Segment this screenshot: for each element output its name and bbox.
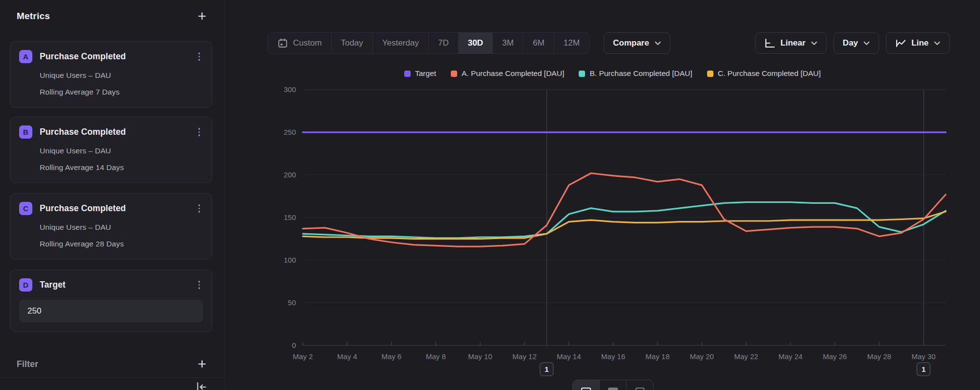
view-toggle-table[interactable]	[599, 380, 626, 390]
metric-transform: Rolling Average 7 Days	[40, 88, 203, 97]
view-switcher	[572, 380, 654, 390]
metric-card-a[interactable]: A Purchase Completed Unique Users – DAU …	[10, 41, 212, 108]
interval-button[interactable]: Day	[833, 32, 879, 54]
target-card[interactable]: D Target 250	[10, 269, 212, 332]
chevron-down-icon	[934, 41, 940, 46]
metric-card-c[interactable]: C Purchase Completed Unique Users – DAU …	[10, 193, 212, 260]
chart-view-icon	[581, 388, 591, 390]
sidebar-header: Metrics +	[17, 10, 206, 23]
view-toggle-card[interactable]	[626, 380, 653, 390]
range-option-label: Today	[341, 38, 363, 48]
legend-item[interactable]: B. Purchase Completed [DAU]	[579, 69, 692, 78]
range-option-label: 30D	[468, 38, 483, 48]
metric-card-header: B Purchase Completed	[19, 125, 203, 139]
x-axis: May 2May 4May 6May 8May 10May 12May 14Ma…	[293, 342, 936, 361]
svg-text:May 20: May 20	[690, 352, 714, 361]
y-gridlines: 050100150200250300	[284, 85, 946, 349]
svg-text:May 6: May 6	[382, 352, 402, 361]
metric-measure: Unique Users – DAU	[40, 146, 203, 155]
legend-label: A. Purchase Completed [DAU]	[462, 69, 564, 78]
annotation-badge[interactable]: 1	[917, 363, 930, 376]
interval-label: Day	[843, 38, 858, 48]
chart-panel: 050100150200250300May 2May 4May 6May 8Ma…	[225, 0, 980, 390]
svg-text:250: 250	[284, 128, 296, 136]
svg-text:May 4: May 4	[337, 352, 357, 361]
range-option-30d[interactable]: 30D	[458, 33, 492, 53]
range-option-12m[interactable]: 12M	[554, 33, 589, 53]
metric-title: Purchase Completed	[40, 203, 188, 214]
target-value-input[interactable]: 250	[19, 300, 203, 322]
svg-text:May 22: May 22	[734, 352, 758, 361]
metric-badge-c: C	[19, 202, 32, 215]
kebab-menu-icon[interactable]	[196, 202, 203, 215]
svg-text:May 8: May 8	[426, 352, 446, 361]
legend-item[interactable]: A. Purchase Completed [DAU]	[451, 69, 564, 78]
filter-heading: Filter	[17, 359, 38, 369]
target-card-header: D Target	[19, 278, 203, 292]
range-option-3m[interactable]: 3M	[492, 33, 523, 53]
range-option-yesterday[interactable]: Yesterday	[372, 33, 428, 53]
svg-text:200: 200	[284, 171, 296, 179]
date-range-segmented-control: CustomTodayYesterday7D30D3M6M12M	[268, 32, 589, 54]
range-option-7d[interactable]: 7D	[428, 33, 458, 53]
add-metric-button[interactable]: +	[197, 10, 206, 23]
metric-title: Purchase Completed	[40, 51, 188, 62]
legend-item[interactable]: C. Purchase Completed [DAU]	[707, 69, 821, 78]
collapse-sidebar-button[interactable]	[195, 381, 208, 390]
annotation-badge[interactable]: 1	[540, 363, 553, 376]
metric-transform: Rolling Average 14 Days	[40, 163, 203, 172]
legend-label: B. Purchase Completed [DAU]	[589, 69, 692, 78]
scale-label: Linear	[781, 38, 806, 48]
range-option-custom[interactable]: Custom	[268, 33, 331, 53]
metric-card-b[interactable]: B Purchase Completed Unique Users – DAU …	[10, 117, 212, 183]
line-chart: 050100150200250300May 2May 4May 6May 8Ma…	[225, 0, 980, 390]
svg-text:May 2: May 2	[293, 352, 313, 361]
range-option-label: Custom	[293, 38, 322, 48]
plus-icon: +	[197, 8, 206, 24]
kebab-menu-icon[interactable]	[196, 125, 203, 139]
svg-text:0: 0	[292, 341, 296, 349]
compare-label: Compare	[613, 38, 649, 48]
calendar-icon	[277, 38, 288, 49]
scale-button[interactable]: Linear	[755, 32, 827, 54]
chevron-down-icon	[811, 41, 817, 46]
svg-text:50: 50	[288, 298, 296, 307]
svg-text:1: 1	[922, 365, 926, 373]
compare-button[interactable]: Compare	[604, 32, 670, 54]
range-option-today[interactable]: Today	[331, 33, 372, 53]
view-toggle-chart[interactable]	[573, 380, 599, 390]
chevron-down-icon	[863, 41, 870, 46]
metric-title: Purchase Completed	[40, 127, 188, 137]
metric-card-header: A Purchase Completed	[19, 50, 203, 63]
add-filter-button[interactable]: +	[197, 358, 206, 370]
kebab-menu-icon[interactable]	[196, 50, 203, 63]
filter-section: Filter +	[17, 358, 206, 370]
series-line	[303, 173, 946, 247]
chart-settings-toolbar: Linear Day Line	[755, 32, 950, 54]
legend-swatch	[451, 71, 457, 77]
legend-swatch	[707, 71, 713, 77]
range-option-6m[interactable]: 6M	[523, 33, 554, 53]
range-option-label: 7D	[438, 38, 449, 48]
chart-type-button[interactable]: Line	[886, 32, 950, 54]
metric-measure: Unique Users – DAU	[40, 223, 203, 232]
linear-scale-icon	[764, 38, 775, 49]
legend-item[interactable]: Target	[404, 69, 436, 78]
chart-legend: TargetA. Purchase Completed [DAU]B. Purc…	[225, 69, 980, 78]
metric-measure: Unique Users – DAU	[40, 71, 203, 80]
svg-text:May 14: May 14	[557, 352, 581, 361]
line-chart-icon	[895, 38, 906, 49]
svg-text:May 12: May 12	[513, 352, 537, 361]
chevron-down-icon	[655, 41, 661, 46]
metric-badge-b: B	[19, 125, 32, 139]
metrics-sidebar: Metrics + A Purchase Completed Unique Us…	[0, 0, 225, 390]
svg-text:100: 100	[284, 256, 296, 264]
metric-transform: Rolling Average 28 Days	[40, 240, 203, 248]
svg-text:May 16: May 16	[601, 352, 625, 361]
legend-swatch	[404, 71, 411, 77]
kebab-menu-icon[interactable]	[196, 278, 203, 292]
svg-text:May 18: May 18	[645, 352, 669, 361]
range-option-label: Yesterday	[382, 38, 419, 48]
svg-text:150: 150	[284, 213, 296, 221]
metric-badge-d: D	[19, 278, 32, 292]
